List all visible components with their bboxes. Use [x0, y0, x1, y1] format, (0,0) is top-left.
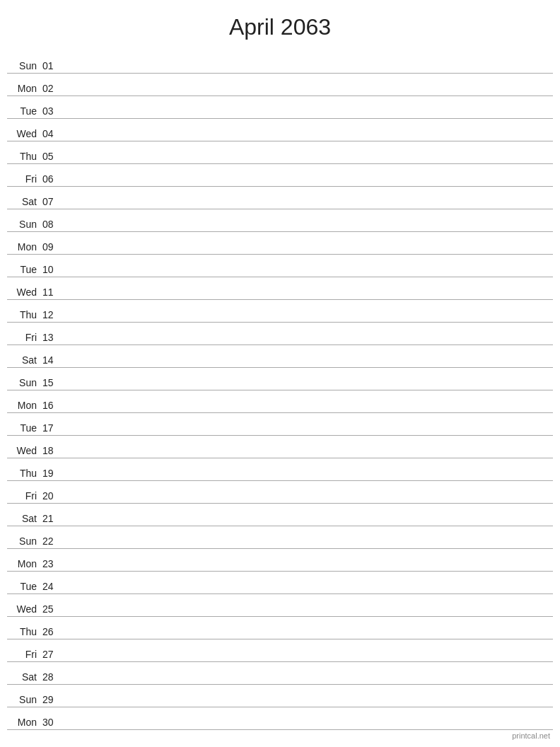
day-name: Sat [7, 196, 41, 207]
day-row: Wed04 [7, 119, 553, 141]
day-row: Fri06 [7, 164, 553, 187]
day-name: Thu [7, 468, 41, 479]
day-name: Sun [7, 219, 41, 230]
day-number: 11 [41, 286, 62, 298]
day-number: 28 [41, 671, 62, 683]
day-row: Sat21 [7, 504, 553, 526]
day-name: Wed [7, 445, 41, 456]
day-name: Mon [7, 717, 41, 728]
day-number: 19 [41, 468, 62, 479]
day-name: Sat [7, 354, 41, 366]
day-name: Fri [7, 649, 41, 660]
day-number: 25 [41, 603, 62, 615]
day-row: Tue03 [7, 96, 553, 119]
day-number: 29 [41, 694, 62, 705]
day-name: Tue [7, 581, 41, 592]
day-row: Thu19 [7, 458, 553, 481]
day-number: 16 [41, 400, 62, 411]
day-row: Sun15 [7, 368, 553, 390]
day-number: 03 [41, 105, 62, 117]
day-name: Sun [7, 535, 41, 547]
day-number: 27 [41, 649, 62, 660]
day-row: Tue10 [7, 255, 553, 277]
day-row: Thu26 [7, 617, 553, 639]
day-number: 23 [41, 558, 62, 569]
day-name: Sun [7, 60, 41, 71]
day-row: Sat07 [7, 187, 553, 209]
day-name: Mon [7, 558, 41, 569]
day-row: Mon30 [7, 707, 553, 730]
day-row: Tue24 [7, 572, 553, 594]
day-number: 24 [41, 581, 62, 592]
day-row: Mon09 [7, 232, 553, 255]
day-name: Tue [7, 264, 41, 275]
day-name: Sat [7, 513, 41, 524]
day-name: Fri [7, 490, 41, 502]
day-row: Mon23 [7, 549, 553, 572]
day-name: Wed [7, 603, 41, 615]
day-row: Wed25 [7, 594, 553, 617]
day-row: Sun29 [7, 685, 553, 707]
day-row: Sat14 [7, 345, 553, 368]
day-number: 18 [41, 445, 62, 456]
calendar-grid: Sun01Mon02Tue03Wed04Thu05Fri06Sat07Sun08… [0, 51, 560, 730]
day-name: Thu [7, 626, 41, 637]
day-name: Fri [7, 173, 41, 185]
day-row: Sun22 [7, 526, 553, 549]
day-name: Wed [7, 286, 41, 298]
day-row: Tue17 [7, 413, 553, 436]
day-number: 21 [41, 513, 62, 524]
day-number: 30 [41, 717, 62, 728]
day-number: 06 [41, 173, 62, 185]
page-title: April 2063 [0, 0, 560, 51]
day-name: Thu [7, 309, 41, 320]
day-number: 17 [41, 422, 62, 434]
day-number: 08 [41, 219, 62, 230]
day-row: Thu05 [7, 141, 553, 164]
day-name: Wed [7, 128, 41, 139]
day-number: 10 [41, 264, 62, 275]
day-number: 22 [41, 535, 62, 547]
day-name: Mon [7, 400, 41, 411]
day-number: 26 [41, 626, 62, 637]
day-row: Mon16 [7, 390, 553, 413]
day-number: 05 [41, 151, 62, 162]
day-row: Wed11 [7, 277, 553, 300]
day-row: Fri27 [7, 639, 553, 662]
day-number: 04 [41, 128, 62, 139]
day-name: Tue [7, 422, 41, 434]
day-row: Sat28 [7, 662, 553, 685]
day-number: 02 [41, 83, 62, 94]
day-row: Mon02 [7, 74, 553, 96]
day-number: 09 [41, 241, 62, 253]
day-name: Tue [7, 105, 41, 117]
day-name: Mon [7, 83, 41, 94]
day-row: Sun08 [7, 209, 553, 232]
day-name: Fri [7, 332, 41, 343]
day-number: 12 [41, 309, 62, 320]
day-name: Sun [7, 377, 41, 388]
day-name: Sun [7, 694, 41, 705]
day-row: Fri13 [7, 323, 553, 345]
day-number: 01 [41, 60, 62, 71]
day-name: Thu [7, 151, 41, 162]
day-name: Mon [7, 241, 41, 253]
day-row: Fri20 [7, 481, 553, 504]
day-number: 15 [41, 377, 62, 388]
footer-label: printcal.net [512, 731, 550, 740]
day-number: 20 [41, 490, 62, 502]
day-row: Sun01 [7, 51, 553, 74]
day-name: Sat [7, 671, 41, 683]
day-number: 13 [41, 332, 62, 343]
day-number: 14 [41, 354, 62, 366]
day-row: Wed18 [7, 436, 553, 458]
day-row: Thu12 [7, 300, 553, 323]
day-number: 07 [41, 196, 62, 207]
